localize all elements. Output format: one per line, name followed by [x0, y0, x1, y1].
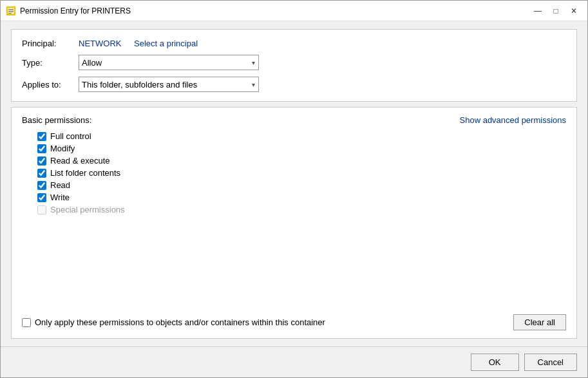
- full-control-checkbox[interactable]: [37, 132, 46, 141]
- permissions-title: Basic permissions:: [22, 115, 91, 125]
- read-execute-label: Read & execute: [50, 156, 110, 165]
- window-icon: [6, 6, 16, 16]
- type-label: Type:: [22, 58, 73, 68]
- applies-to-select[interactable]: This folder, subfolders and files This f…: [79, 77, 259, 92]
- top-section: Principal: NETWORK Select a principal Ty…: [11, 29, 577, 102]
- write-checkbox[interactable]: [37, 193, 46, 202]
- minimize-button[interactable]: —: [529, 4, 546, 18]
- permission-list-folder: List folder contents: [37, 168, 566, 178]
- only-apply-row: Only apply these permissions to objects …: [22, 317, 325, 327]
- type-select-wrapper: Allow Deny: [79, 55, 259, 70]
- permissions-section: Basic permissions: Show advanced permiss…: [11, 107, 577, 339]
- title-bar: Permission Entry for PRINTERS — □ ✕: [1, 1, 587, 21]
- permissions-list: Full control Modify Read & execute List …: [22, 131, 566, 214]
- principal-name: NETWORK: [79, 39, 121, 48]
- select-principal-link[interactable]: Select a principal: [134, 39, 198, 48]
- svg-rect-4: [8, 13, 12, 14]
- special-permissions-checkbox[interactable]: [37, 205, 46, 214]
- list-folder-label: List folder contents: [50, 168, 120, 178]
- read-execute-checkbox[interactable]: [37, 156, 46, 165]
- permission-modify: Modify: [37, 144, 566, 153]
- modify-label: Modify: [50, 144, 75, 153]
- list-folder-checkbox[interactable]: [37, 169, 46, 178]
- window-title: Permission Entry for PRINTERS: [20, 6, 529, 15]
- only-apply-checkbox[interactable]: [22, 318, 31, 327]
- title-bar-controls: — □ ✕: [529, 4, 582, 18]
- full-control-label: Full control: [50, 131, 91, 141]
- type-select[interactable]: Allow Deny: [79, 55, 259, 70]
- applies-to-label: Applies to:: [22, 80, 73, 90]
- content-area: Principal: NETWORK Select a principal Ty…: [1, 21, 587, 346]
- permission-read-execute: Read & execute: [37, 156, 566, 165]
- read-checkbox[interactable]: [37, 181, 46, 190]
- permission-entry-window: Permission Entry for PRINTERS — □ ✕ Prin…: [0, 0, 588, 378]
- only-apply-label: Only apply these permissions to objects …: [35, 317, 325, 327]
- maximize-button[interactable]: □: [547, 4, 564, 18]
- show-advanced-link[interactable]: Show advanced permissions: [460, 115, 566, 125]
- applies-to-select-wrapper: This folder, subfolders and files This f…: [79, 77, 259, 92]
- bottom-row: Only apply these permissions to objects …: [22, 309, 566, 330]
- principal-row: Principal: NETWORK Select a principal: [22, 39, 566, 48]
- footer: OK Cancel: [1, 346, 587, 377]
- permission-special: Special permissions: [37, 205, 566, 214]
- principal-label: Principal:: [22, 39, 73, 48]
- write-label: Write: [50, 193, 70, 202]
- cancel-button[interactable]: Cancel: [524, 354, 577, 371]
- permission-full-control: Full control: [37, 131, 566, 141]
- read-label: Read: [50, 180, 70, 190]
- svg-rect-2: [8, 9, 14, 10]
- permission-read: Read: [37, 180, 566, 190]
- applies-to-row: Applies to: This folder, subfolders and …: [22, 77, 566, 92]
- clear-all-button[interactable]: Clear all: [513, 314, 566, 330]
- svg-rect-3: [8, 11, 14, 12]
- special-permissions-label: Special permissions: [50, 205, 125, 214]
- ok-button[interactable]: OK: [471, 354, 519, 371]
- type-row: Type: Allow Deny: [22, 55, 566, 70]
- modify-checkbox[interactable]: [37, 144, 46, 153]
- permission-write: Write: [37, 193, 566, 202]
- permissions-header: Basic permissions: Show advanced permiss…: [22, 115, 566, 125]
- close-button[interactable]: ✕: [565, 4, 582, 18]
